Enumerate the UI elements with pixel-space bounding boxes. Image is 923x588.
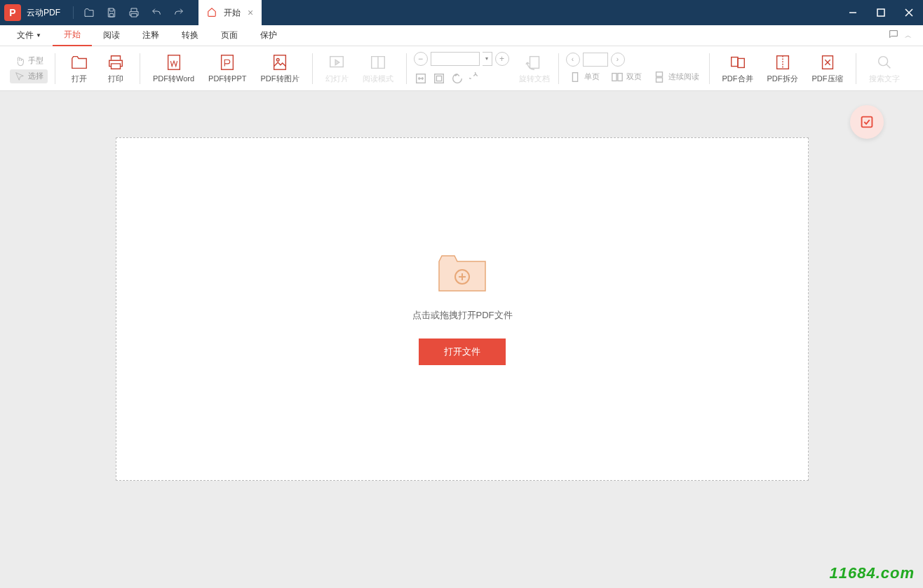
redo-icon[interactable]: [168, 0, 190, 25]
svg-rect-7: [434, 74, 443, 83]
separator: [73, 6, 74, 19]
folder-icon: [69, 53, 89, 72]
svg-rect-1: [168, 55, 180, 69]
double-page-button[interactable]: 双页: [608, 69, 645, 85]
tab-close-icon[interactable]: ×: [248, 7, 253, 18]
folder-open-icon[interactable]: [78, 0, 100, 25]
search-text-button: 搜索文字: [863, 50, 905, 87]
window-controls: [839, 0, 923, 25]
print-icon[interactable]: [123, 0, 145, 25]
menu-protect[interactable]: 保护: [249, 25, 288, 46]
hand-tool[interactable]: 手型: [10, 54, 48, 68]
pdf-compress-button[interactable]: PDF压缩: [807, 50, 849, 87]
continuous-button[interactable]: 连续阅读: [650, 69, 702, 85]
title-bar: P 云动PDF 开始 ×: [0, 0, 923, 25]
svg-rect-10: [572, 72, 577, 81]
page-number-input[interactable]: [583, 53, 608, 67]
svg-rect-12: [617, 73, 621, 81]
svg-rect-9: [530, 57, 539, 69]
printer-icon: [106, 53, 126, 72]
svg-rect-21: [862, 117, 873, 128]
drop-zone[interactable]: 点击或拖拽打开PDF文件 打开文件: [116, 137, 809, 481]
book-icon: [368, 53, 388, 72]
reading-mode-button: 阅读模式: [357, 50, 399, 87]
open-button[interactable]: 打开: [62, 50, 96, 87]
search-icon: [875, 53, 894, 72]
ppt-icon: [217, 53, 237, 72]
svg-rect-2: [222, 55, 234, 69]
menu-page[interactable]: 页面: [210, 25, 249, 46]
zoom-in-button[interactable]: +: [495, 52, 509, 66]
prev-page-button[interactable]: ‹: [566, 53, 580, 67]
image-icon: [270, 53, 290, 72]
svg-rect-13: [656, 71, 662, 76]
app-title: 云动PDF: [27, 7, 60, 19]
menu-convert[interactable]: 转换: [170, 25, 210, 46]
rotate-icon: [525, 53, 544, 72]
pdf-to-ppt-button[interactable]: PDF转PPT: [203, 50, 252, 87]
svg-rect-11: [612, 73, 616, 81]
pdf-to-image-button[interactable]: PDF转图片: [255, 50, 305, 87]
zoom-controls: − ▾ +: [414, 52, 509, 66]
compress-icon: [818, 53, 837, 72]
open-file-button[interactable]: 打开文件: [419, 339, 506, 365]
save-icon[interactable]: [100, 0, 123, 25]
svg-rect-3: [274, 55, 286, 69]
select-tool[interactable]: 选择: [10, 69, 48, 83]
menu-annotate[interactable]: 注释: [131, 25, 170, 46]
svg-rect-16: [738, 58, 744, 67]
svg-point-19: [878, 57, 887, 66]
next-page-button[interactable]: ›: [611, 53, 625, 67]
menu-start[interactable]: 开始: [53, 25, 92, 46]
folder-plus-icon: [438, 253, 487, 292]
svg-rect-0: [877, 9, 884, 16]
watermark: 11684.com: [829, 564, 915, 582]
fit-width-icon[interactable]: [414, 71, 428, 86]
slideshow-button: 幻灯片: [320, 50, 354, 87]
rotate-left-icon[interactable]: [450, 71, 464, 86]
zoom-out-button[interactable]: −: [414, 52, 428, 66]
rotate-doc-button: 旋转文档: [513, 50, 555, 87]
feedback-icon[interactable]: [888, 29, 899, 43]
undo-icon[interactable]: [145, 0, 168, 25]
print-button[interactable]: 打印: [99, 50, 133, 87]
play-icon: [327, 53, 346, 72]
split-icon: [773, 53, 793, 72]
ribbon-toolbar: 手型 选择 打开 打印 PDF转Word PDF转PPT PDF转图片: [0, 46, 923, 91]
zoom-input[interactable]: [431, 52, 480, 66]
home-icon: [207, 7, 217, 19]
document-tab[interactable]: 开始 ×: [198, 0, 262, 25]
pdf-split-button[interactable]: PDF拆分: [762, 50, 804, 87]
menu-read[interactable]: 阅读: [92, 25, 131, 46]
pdf-to-word-button[interactable]: PDF转Word: [147, 50, 200, 87]
svg-rect-14: [656, 77, 662, 81]
drop-zone-text: 点击或拖拽打开PDF文件: [412, 309, 513, 322]
rotate-right-icon[interactable]: [469, 71, 483, 86]
app-logo: P: [4, 4, 21, 21]
collapse-ribbon-icon[interactable]: ︿: [905, 31, 912, 41]
close-button[interactable]: [895, 0, 923, 25]
svg-rect-8: [436, 76, 441, 81]
canvas-area: 点击或拖拽打开PDF文件 打开文件 11684.com: [0, 91, 923, 588]
maximize-button[interactable]: [867, 0, 895, 25]
merge-icon: [728, 53, 748, 72]
menu-bar: 文件▼ 开始 阅读 注释 转换 页面 保护 ︿: [0, 25, 923, 46]
zoom-dropdown[interactable]: ▾: [483, 52, 492, 66]
fit-page-icon[interactable]: [432, 71, 446, 86]
word-icon: [164, 53, 184, 72]
tab-label: 开始: [224, 7, 241, 19]
menu-file[interactable]: 文件▼: [6, 25, 53, 46]
svg-point-4: [276, 58, 279, 61]
minimize-button[interactable]: [839, 0, 867, 25]
floating-action-button[interactable]: [850, 105, 884, 139]
single-page-button[interactable]: 单页: [566, 69, 602, 85]
pdf-merge-button[interactable]: PDF合并: [717, 50, 759, 87]
svg-rect-15: [731, 57, 737, 67]
page-navigation: ‹ ›: [566, 53, 625, 67]
